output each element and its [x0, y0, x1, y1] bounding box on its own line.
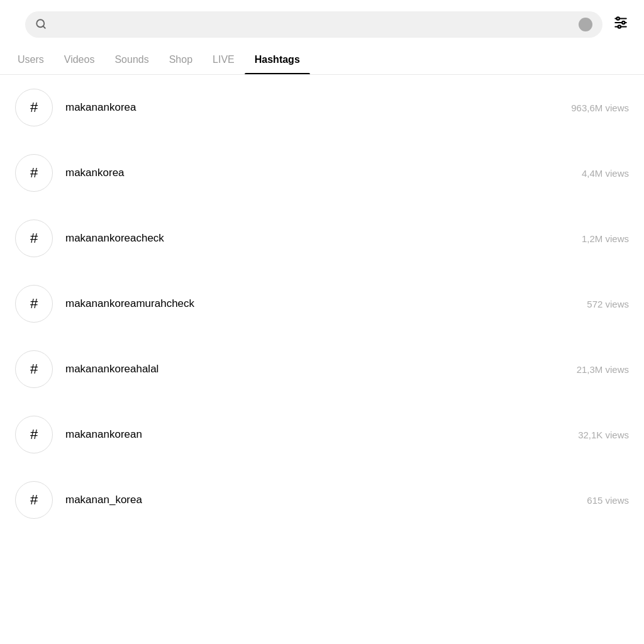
hashtag-item[interactable]: #makanan_korea615 views [0, 467, 644, 533]
hashtag-item[interactable]: #makanankorea963,6M views [0, 75, 644, 140]
hashtag-name: makanankorean [65, 428, 142, 441]
hashtag-item[interactable]: #makankorea4,4M views [0, 140, 644, 206]
tab-shop[interactable]: Shop [159, 45, 203, 74]
hashtag-symbol: # [30, 99, 38, 116]
hashtag-symbol: # [30, 361, 38, 377]
tab-hashtags[interactable]: Hashtags [245, 45, 310, 74]
hashtag-views: 4,4M views [582, 168, 629, 179]
hashtag-symbol: # [30, 426, 38, 443]
hashtag-item[interactable]: #makanankoreacheck1,2M views [0, 206, 644, 271]
hashtag-icon-circle: # [15, 350, 53, 388]
hashtag-item[interactable]: #makanankoreamurahcheck572 views [0, 271, 644, 336]
search-icon [35, 18, 47, 31]
hashtag-views: 32,1K views [578, 430, 629, 440]
hashtag-symbol: # [30, 296, 38, 312]
hashtag-symbol: # [30, 230, 38, 247]
tab-videos[interactable]: Videos [54, 45, 105, 74]
hashtag-icon-circle: # [15, 89, 53, 126]
hashtag-views: 1,2M views [582, 233, 629, 244]
hashtag-views: 615 views [587, 495, 629, 506]
tab-sounds[interactable]: Sounds [104, 45, 158, 74]
hashtag-symbol: # [30, 492, 38, 508]
hashtag-symbol: # [30, 165, 38, 181]
hashtag-list: #makanankorea963,6M views#makankorea4,4M… [0, 75, 644, 533]
hashtag-item[interactable]: #makanankorean32,1K views [0, 402, 644, 467]
clear-button[interactable] [579, 18, 592, 31]
tab-live[interactable]: LIVE [203, 45, 245, 74]
filter-button[interactable] [610, 12, 631, 37]
search-bar [25, 11, 602, 38]
svg-point-6 [622, 21, 625, 24]
hashtag-icon-circle: # [15, 285, 53, 323]
header [0, 0, 644, 45]
hashtag-item[interactable]: #makanankoreahalal21,3M views [0, 336, 644, 402]
tab-users[interactable]: Users [8, 45, 54, 74]
svg-point-7 [618, 25, 621, 28]
hashtag-views: 21,3M views [577, 364, 629, 375]
hashtag-name: makanankoreamurahcheck [65, 297, 194, 310]
tab-bar: UsersVideosSoundsShopLIVEHashtags [0, 45, 644, 75]
hashtag-name: makankorea [65, 167, 125, 179]
svg-point-5 [617, 17, 619, 19]
hashtag-icon-circle: # [15, 154, 53, 192]
hashtag-views: 572 views [587, 299, 629, 309]
hashtag-name: makanankoreacheck [65, 232, 164, 245]
hashtag-views: 963,6M views [571, 103, 629, 113]
back-button[interactable] [13, 22, 18, 27]
hashtag-name: makanan_korea [65, 494, 142, 506]
hashtag-icon-circle: # [15, 481, 53, 519]
svg-line-1 [43, 26, 45, 28]
hashtag-icon-circle: # [15, 416, 53, 453]
hashtag-name: makanankorea [65, 101, 136, 114]
hashtag-icon-circle: # [15, 219, 53, 257]
hashtag-name: makanankoreahalal [65, 363, 158, 375]
